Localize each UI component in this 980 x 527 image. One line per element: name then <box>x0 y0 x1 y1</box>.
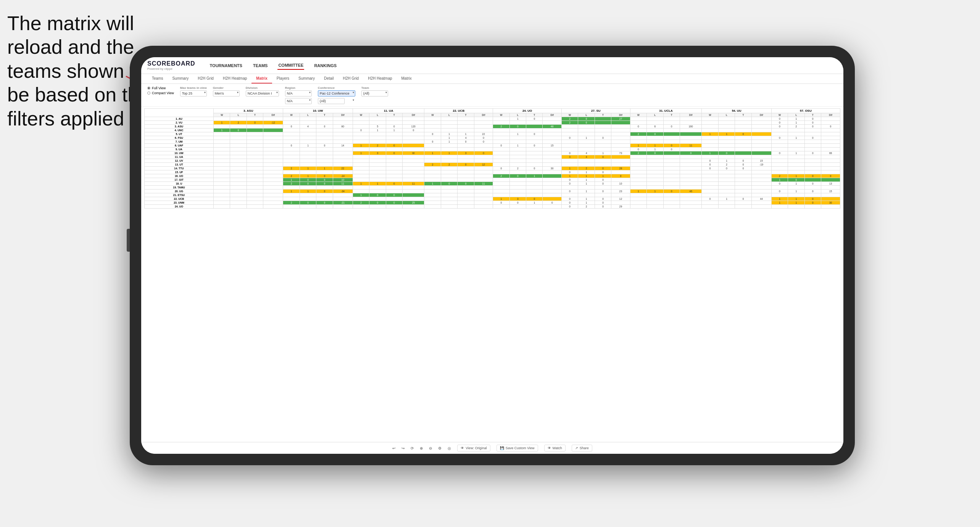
sub-nav-detail[interactable]: Detail <box>319 74 338 84</box>
nav-tournaments[interactable]: TOURNAMENTS <box>209 62 243 69</box>
matrix-cell: 1 <box>526 174 543 178</box>
settings-icon[interactable]: ⚙ <box>438 446 442 450</box>
matrix-cell <box>543 205 561 209</box>
matrix-cell <box>424 129 441 132</box>
matrix-cell: 0 <box>509 125 526 129</box>
matrix-cell: 0 <box>771 182 788 186</box>
matrix-cell <box>424 167 441 170</box>
sub-nav-h2h-heatmap[interactable]: H2H Heatmap <box>218 74 251 84</box>
redo-icon[interactable]: ↪ <box>401 446 405 450</box>
matrix-area[interactable]: 3. ASU 10. UW 11. UA 22. UCB 24. UO 27. … <box>141 107 843 442</box>
matrix-cell <box>595 159 611 163</box>
division-select[interactable]: NCAA Division I NCAA Division II <box>246 90 279 96</box>
watch-btn[interactable]: 👁 Watch <box>544 445 566 451</box>
matrix-cell <box>751 140 771 144</box>
tablet-side-button <box>127 229 130 252</box>
matrix-cell <box>386 148 402 151</box>
matrix-cell <box>821 193 840 197</box>
matrix-cell <box>213 193 230 197</box>
matrix-cell <box>771 148 788 151</box>
nav-rankings[interactable]: RANKINGS <box>313 62 337 69</box>
matrix-row-label: 24. UO <box>145 205 214 209</box>
team-select[interactable]: (All) <box>361 90 388 96</box>
matrix-cell <box>424 201 441 205</box>
max-teams-select[interactable]: Top 25 Top 10 Top 50 <box>180 90 207 96</box>
matrix-cell <box>543 117 561 121</box>
matrix-cell <box>526 182 543 186</box>
matrix-cell <box>458 190 474 193</box>
matrix-cell <box>718 190 735 193</box>
conference-select2[interactable]: (All) <box>318 98 345 104</box>
matrix-cell <box>333 136 353 140</box>
matrix-cell <box>680 159 701 163</box>
matrix-cell: 0 <box>386 182 402 186</box>
matrix-cell <box>247 174 263 178</box>
sub-nav-summary[interactable]: Summary <box>168 74 193 84</box>
sub-nav-summary2[interactable]: Summary <box>294 74 319 84</box>
sub-nav-h2h-grid2[interactable]: H2H Grid <box>338 74 363 84</box>
sub-nav-players[interactable]: Players <box>272 74 294 84</box>
sub-nav-matrix[interactable]: Matrix <box>251 74 272 84</box>
matrix-cell <box>509 163 526 167</box>
matrix-cell <box>316 205 333 209</box>
matrix-cell <box>441 148 457 151</box>
matrix-cell <box>403 170 424 174</box>
matrix-cell <box>680 132 701 136</box>
matrix-cell <box>369 148 386 151</box>
gender-select[interactable]: Men's Women's <box>213 90 240 96</box>
matrix-cell <box>821 159 840 163</box>
matrix-cell: 0 <box>386 151 402 155</box>
matrix-cell <box>263 148 283 151</box>
region-select2[interactable]: N/A <box>285 98 312 104</box>
view-original-btn[interactable]: 👁 View: Original <box>457 445 490 451</box>
matrix-cell: 0 <box>663 144 680 148</box>
matrix-cell: 2 <box>353 201 369 205</box>
sub-nav-matrix2[interactable]: Matrix <box>397 74 416 84</box>
matrix-cell <box>474 121 493 125</box>
matrix-cell <box>333 121 353 125</box>
matrix-cell <box>751 178 771 182</box>
matrix-cell <box>702 117 718 121</box>
matrix-cell <box>283 186 300 190</box>
matrix-cell <box>509 121 526 125</box>
sub-nav-teams[interactable]: Teams <box>147 74 168 84</box>
sub-nav-h2h-grid[interactable]: H2H Grid <box>193 74 218 84</box>
share-btn[interactable]: ↗ Share <box>572 445 592 451</box>
zoom-out-icon[interactable]: ⊖ <box>429 446 432 450</box>
matrix-cell <box>493 170 509 174</box>
undo-icon[interactable]: ↩ <box>392 446 395 450</box>
matrix-row-label: 4. UNC <box>145 129 214 132</box>
matrix-cell <box>353 205 369 209</box>
clock-icon[interactable]: ◎ <box>448 446 451 450</box>
matrix-cell <box>771 170 788 174</box>
refresh-icon[interactable]: ⟳ <box>411 446 414 450</box>
save-custom-btn[interactable]: 💾 Save Custom View <box>496 445 538 451</box>
region-select[interactable]: N/A East West <box>285 90 312 96</box>
matrix-cell: 0 <box>526 167 543 170</box>
compact-view-radio[interactable]: Compact View <box>147 91 174 95</box>
matrix-cell: 0 <box>735 159 751 163</box>
matrix-cell <box>543 151 561 155</box>
zoom-in-icon[interactable]: ⊕ <box>420 446 423 450</box>
matrix-cell <box>561 140 578 144</box>
matrix-cell: 1 <box>283 178 300 182</box>
matrix-cell <box>680 205 701 209</box>
nav-teams[interactable]: TEAMS <box>252 62 269 69</box>
conference-select[interactable]: Pac-12 Conference (All) ACC <box>318 90 355 96</box>
sub-nav-h2h-heatmap2[interactable]: H2H Heatmap <box>363 74 397 84</box>
matrix-cell: 0 <box>804 190 821 193</box>
matrix-cell: 160 <box>680 125 701 129</box>
matrix-cell <box>353 117 369 121</box>
matrix-cell: 0 <box>702 167 718 170</box>
matrix-cell <box>230 197 247 201</box>
nav-committee[interactable]: COMMITTEE <box>277 61 304 70</box>
full-view-radio[interactable]: Full View <box>147 86 174 90</box>
matrix-cell <box>333 205 353 209</box>
matrix-cell: 0 <box>771 121 788 125</box>
matrix-cell <box>300 186 316 190</box>
matrix-cell <box>247 193 263 197</box>
matrix-cell <box>821 144 840 148</box>
matrix-cell: 2 <box>630 132 646 136</box>
matrix-cell <box>821 140 840 144</box>
matrix-cell: 0 <box>561 205 578 209</box>
